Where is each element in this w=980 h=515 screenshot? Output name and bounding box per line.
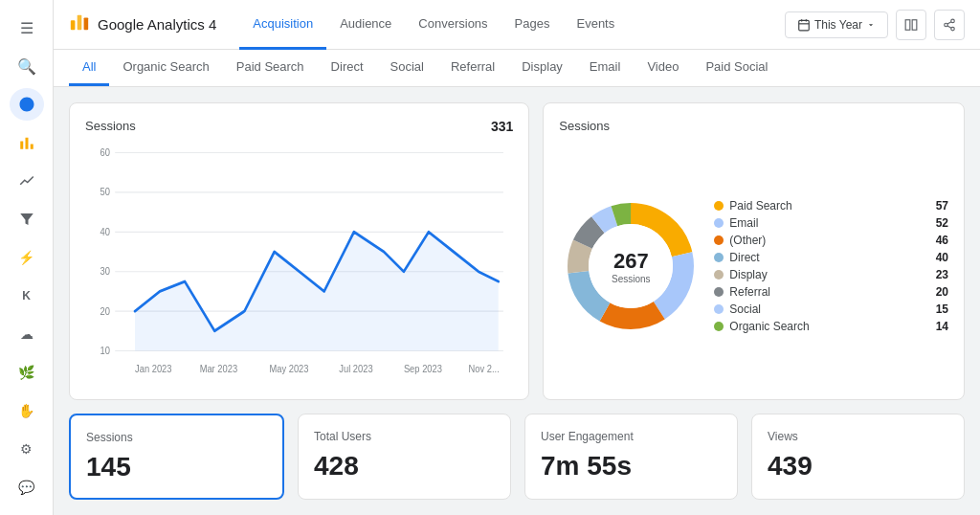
svg-rect-12 xyxy=(912,19,917,30)
svg-line-16 xyxy=(947,25,951,27)
main-nav: Acquisition Audience Conversions Pages E… xyxy=(239,0,785,50)
user-engagement-metric-label: User Engagement xyxy=(541,430,722,443)
donut-center-value: 267 Sessions xyxy=(612,249,651,284)
sidebar-line-icon[interactable] xyxy=(10,165,44,197)
share-button[interactable] xyxy=(934,10,965,40)
svg-rect-2 xyxy=(25,138,28,149)
tab-referral[interactable]: Referral xyxy=(437,50,508,86)
legend-dot-email xyxy=(714,218,724,228)
sidebar-leaf-icon[interactable]: 🌿 xyxy=(10,356,44,389)
tab-organic-search[interactable]: Organic Search xyxy=(109,50,222,86)
svg-rect-6 xyxy=(84,17,89,30)
sessions-donut-chart-card: Sessions xyxy=(543,102,965,400)
donut-chart-title: Sessions xyxy=(559,119,610,133)
nav-conversions[interactable]: Conversions xyxy=(405,0,501,50)
nav-right-controls: This Year xyxy=(785,10,965,40)
svg-rect-3 xyxy=(30,145,33,149)
legend-dot-display xyxy=(714,270,724,280)
svg-text:May 2023: May 2023 xyxy=(269,364,309,375)
sidebar-menu-icon[interactable]: ☰ xyxy=(10,11,44,44)
legend-label-direct: Direct xyxy=(729,251,924,264)
legend-dot-other xyxy=(714,235,724,245)
svg-text:20: 20 xyxy=(100,305,111,317)
svg-text:Mar 2023: Mar 2023 xyxy=(200,364,238,375)
total-users-metric-card: Total Users 428 xyxy=(298,414,511,500)
nav-events[interactable]: Events xyxy=(563,0,628,50)
svg-text:30: 30 xyxy=(100,266,111,278)
legend-value-other: 46 xyxy=(929,234,948,247)
views-metric-label: Views xyxy=(768,430,948,443)
line-chart-area: 60 50 40 30 20 10 Jan 2023 Mar 2023 May … xyxy=(85,142,513,384)
donut-chart-header: Sessions xyxy=(559,119,948,133)
line-chart-title: Sessions xyxy=(85,119,136,133)
svg-text:Nov 2...: Nov 2... xyxy=(469,364,500,375)
tab-display[interactable]: Display xyxy=(508,50,576,86)
legend-organic-search: Organic Search 14 xyxy=(714,320,948,333)
sidebar: ☰ 🔍 ⚡ K ☁ 🌿 ✋ ⚙ 💬 xyxy=(0,0,54,515)
svg-marker-36 xyxy=(135,232,499,350)
svg-text:10: 10 xyxy=(100,346,111,357)
tab-social[interactable]: Social xyxy=(377,50,437,86)
legend-dot-organic-search xyxy=(714,322,724,331)
brand: Google Analytics 4 xyxy=(69,11,216,37)
date-range-button[interactable]: This Year xyxy=(785,11,888,38)
legend-value-referral: 20 xyxy=(929,285,948,299)
line-chart-header: Sessions 331 xyxy=(85,119,513,134)
nav-acquisition[interactable]: Acquisition xyxy=(239,0,326,50)
donut-content: 267 Sessions Paid Search 57 xyxy=(559,148,948,384)
svg-text:60: 60 xyxy=(100,147,111,159)
svg-text:Jul 2023: Jul 2023 xyxy=(339,364,373,375)
sidebar-funnel-icon[interactable] xyxy=(10,203,44,235)
line-chart-svg: 60 50 40 30 20 10 Jan 2023 Mar 2023 May … xyxy=(85,142,513,384)
sidebar-cloud-icon[interactable]: ☁ xyxy=(10,318,44,350)
views-metric-card: Views 439 xyxy=(751,414,965,500)
brand-name: Google Analytics 4 xyxy=(98,16,216,33)
svg-point-15 xyxy=(951,27,955,31)
tab-email[interactable]: Email xyxy=(576,50,635,86)
tab-paid-search[interactable]: Paid Search xyxy=(223,50,318,86)
legend-label-display: Display xyxy=(729,268,924,281)
sidebar-bar-icon[interactable] xyxy=(10,126,44,159)
legend-label-other: (Other) xyxy=(729,234,924,247)
top-cards-row: Sessions 331 60 xyxy=(69,102,965,400)
tab-video[interactable]: Video xyxy=(634,50,692,86)
legend-dot-paid-search xyxy=(714,201,724,211)
legend-value-social: 15 xyxy=(929,302,948,316)
donut-legend: Paid Search 57 Email 52 (Other) xyxy=(714,199,948,333)
sidebar-settings-icon[interactable]: ⚙ xyxy=(10,433,44,465)
dashboard-content: Sessions 331 60 xyxy=(54,87,980,515)
sessions-metric-card: Sessions 145 xyxy=(69,414,284,500)
donut-total: 267 xyxy=(612,249,651,274)
compare-button[interactable] xyxy=(896,10,926,40)
tab-paid-social[interactable]: Paid Social xyxy=(692,50,781,86)
sidebar-hand-icon[interactable]: ✋ xyxy=(10,394,44,427)
tab-all[interactable]: All xyxy=(69,50,109,86)
svg-rect-11 xyxy=(905,19,910,30)
legend-direct: Direct 40 xyxy=(714,251,948,264)
legend-other: (Other) 46 xyxy=(714,234,948,247)
line-chart-total: 331 xyxy=(491,119,513,134)
date-range-label: This Year xyxy=(814,18,862,32)
svg-rect-1 xyxy=(20,142,23,149)
svg-text:40: 40 xyxy=(100,226,111,237)
bottom-metrics-row: Sessions 145 Total Users 428 User Engage… xyxy=(69,414,965,500)
tab-direct[interactable]: Direct xyxy=(318,50,377,86)
nav-audience[interactable]: Audience xyxy=(326,0,405,50)
sidebar-realtime-icon[interactable] xyxy=(10,88,44,121)
svg-text:Sep 2023: Sep 2023 xyxy=(404,364,443,375)
user-engagement-metric-card: User Engagement 7m 55s xyxy=(524,414,738,500)
sidebar-spark-icon[interactable]: ⚡ xyxy=(10,241,44,274)
legend-label-organic-search: Organic Search xyxy=(729,320,924,333)
sidebar-search-icon[interactable]: 🔍 xyxy=(10,50,44,82)
sidebar-k-icon[interactable]: K xyxy=(10,280,44,312)
user-engagement-metric-value: 7m 55s xyxy=(541,451,722,481)
sessions-metric-value: 145 xyxy=(86,452,267,482)
legend-value-paid-search: 57 xyxy=(929,199,948,213)
sub-navigation: All Organic Search Paid Search Direct So… xyxy=(54,50,980,87)
sessions-metric-label: Sessions xyxy=(86,431,267,444)
sidebar-chat-icon[interactable]: 💬 xyxy=(10,471,44,504)
nav-pages[interactable]: Pages xyxy=(501,0,564,50)
legend-dot-direct xyxy=(714,253,724,262)
donut-sessions-label: Sessions xyxy=(612,274,651,284)
legend-display: Display 23 xyxy=(714,268,948,281)
